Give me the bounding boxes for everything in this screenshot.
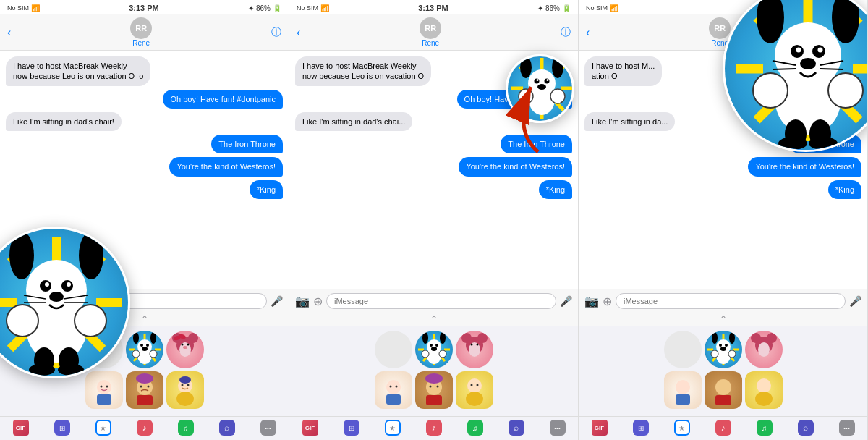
- svg-point-33: [147, 386, 149, 388]
- avatar-1: RR: [130, 17, 152, 39]
- svg-point-11: [150, 332, 156, 344]
- svg-point-56: [49, 292, 64, 302]
- music-icon-2: ♪: [426, 420, 442, 436]
- tab-active-2[interactable]: ★: [385, 420, 401, 436]
- bubble-1-1: I have to host MacBreak Weeklynow becaus…: [6, 56, 150, 86]
- sticker-ghost-3[interactable]: [664, 331, 702, 368]
- sticker-minnie-1[interactable]: [166, 331, 204, 368]
- battery-percent-2: 86%: [545, 4, 560, 12]
- svg-point-19: [188, 333, 198, 343]
- sticker-belle-3[interactable]: [745, 371, 783, 409]
- svg-rect-145: [676, 394, 690, 405]
- magnifier-oswald-svg-1: [0, 227, 128, 378]
- search-icon-3: ⌕: [798, 420, 814, 436]
- svg-point-146: [715, 379, 731, 395]
- sticker-oswald-1[interactable]: [126, 331, 163, 368]
- back-button-1[interactable]: ‹: [7, 26, 11, 39]
- sticker-snow-3[interactable]: [664, 371, 702, 409]
- tab-gif-1[interactable]: GIF: [13, 420, 29, 436]
- tab-spotify-1[interactable]: ♬: [178, 420, 194, 436]
- music-icon-3: ♪: [715, 420, 731, 436]
- msg-2-5: You're the kind of Westeros!: [295, 157, 572, 176]
- minnie-svg-3: [745, 331, 783, 368]
- svg-point-144: [676, 380, 690, 394]
- back-button-3[interactable]: ‹: [586, 26, 590, 39]
- sticker-grumpy-1[interactable]: [126, 371, 163, 409]
- bubble-3-1: I have to host M...ation O: [584, 56, 662, 86]
- svg-point-172: [828, 73, 863, 108]
- svg-point-97: [436, 386, 438, 388]
- mic-icon-3[interactable]: 🎤: [849, 295, 861, 307]
- sticker-belle-2[interactable]: [456, 371, 493, 409]
- svg-point-79: [430, 344, 433, 347]
- info-button-1[interactable]: ⓘ: [271, 26, 281, 39]
- tab-search-2[interactable]: ⌕: [509, 420, 524, 436]
- active-icon-3: ★: [674, 420, 690, 436]
- info-button-2[interactable]: ⓘ: [561, 26, 571, 39]
- apps-icon-2[interactable]: ⊕: [313, 295, 323, 308]
- back-button-2[interactable]: ‹: [297, 26, 300, 39]
- mic-icon-1[interactable]: 🎤: [271, 295, 283, 307]
- svg-point-102: [476, 384, 478, 386]
- scroll-indicator-3: ⌃: [579, 313, 867, 326]
- svg-point-139: [728, 350, 736, 358]
- tab-bar-3: GIF ⊞ ★ ♪ ♬ ⌕ •••: [579, 416, 867, 440]
- grumpy-svg-1: [126, 371, 163, 409]
- tab-apps-2[interactable]: ⊞: [344, 420, 359, 436]
- sticker-row-bottom-2: [292, 371, 575, 409]
- tab-active-1[interactable]: ★: [95, 420, 111, 436]
- svg-point-100: [466, 392, 483, 406]
- gif-icon-2: GIF: [302, 420, 318, 436]
- sticker-belle-1[interactable]: [166, 371, 204, 409]
- svg-point-78: [440, 332, 446, 344]
- camera-icon-2[interactable]: 📷: [295, 295, 310, 308]
- spotify-icon-2: ♬: [467, 420, 483, 436]
- svg-point-81: [431, 347, 437, 351]
- apps-icon-3[interactable]: ⊕: [603, 295, 612, 308]
- sticker-ghost-2[interactable]: [375, 331, 412, 368]
- tab-gif-2[interactable]: GIF: [302, 420, 318, 436]
- contact-info-2[interactable]: RR Rene: [420, 17, 441, 47]
- tab-spotify-2[interactable]: ♬: [467, 420, 483, 436]
- camera-icon-3[interactable]: 📷: [584, 295, 599, 308]
- message-input-2[interactable]: [326, 293, 556, 309]
- tab-more-3[interactable]: •••: [839, 420, 855, 436]
- svg-point-54: [45, 282, 49, 287]
- grumpy-svg-2: [415, 371, 453, 409]
- mic-icon-2[interactable]: 🎤: [560, 295, 572, 307]
- tab-music-1[interactable]: ♪: [137, 420, 153, 436]
- status-left-2: No SIM 📶: [297, 4, 329, 12]
- tab-gif-3[interactable]: GIF: [592, 420, 608, 436]
- contact-info-1[interactable]: RR Rene: [130, 17, 152, 47]
- svg-point-85: [461, 333, 472, 343]
- apps-icon-tab-2: ⊞: [344, 420, 359, 436]
- svg-point-118: [547, 79, 549, 81]
- tab-more-1[interactable]: •••: [260, 420, 276, 436]
- sticker-grumpy-2[interactable]: [415, 371, 453, 409]
- svg-point-171: [753, 73, 788, 108]
- tab-active-3[interactable]: ★: [674, 420, 690, 436]
- tab-music-2[interactable]: ♪: [426, 420, 442, 436]
- sticker-snow-1[interactable]: [85, 371, 123, 409]
- sticker-minnie-2[interactable]: [456, 331, 493, 368]
- sticker-minnie-3[interactable]: [745, 331, 783, 368]
- tab-music-3[interactable]: ♪: [715, 420, 731, 436]
- sticker-oswald-3[interactable]: [705, 331, 742, 368]
- tab-search-1[interactable]: ⌕: [219, 420, 235, 436]
- sticker-oswald-2[interactable]: [415, 331, 453, 368]
- tab-apps-1[interactable]: ⊞: [54, 420, 70, 436]
- svg-point-86: [477, 333, 488, 343]
- sticker-snow-2[interactable]: [375, 371, 412, 409]
- bubble-3-5: You're the kind of Westeros!: [748, 157, 861, 176]
- sticker-grumpy-3[interactable]: [705, 371, 742, 409]
- message-input-3[interactable]: [616, 293, 846, 309]
- svg-point-143: [758, 342, 770, 357]
- tab-spotify-3[interactable]: ♬: [757, 420, 773, 436]
- contact-name-1: Rene: [132, 39, 150, 47]
- panel-2: No SIM 📶 3:13 PM ✦ 86% 🔋 ‹ RR Rene ⓘ I h…: [289, 0, 579, 440]
- wifi-icon-1: 📶: [31, 4, 40, 12]
- tab-search-3[interactable]: ⌕: [798, 420, 814, 436]
- tab-apps-3[interactable]: ⊞: [633, 420, 649, 436]
- status-left-3: No SIM 📶: [586, 4, 618, 12]
- tab-more-2[interactable]: •••: [550, 420, 566, 436]
